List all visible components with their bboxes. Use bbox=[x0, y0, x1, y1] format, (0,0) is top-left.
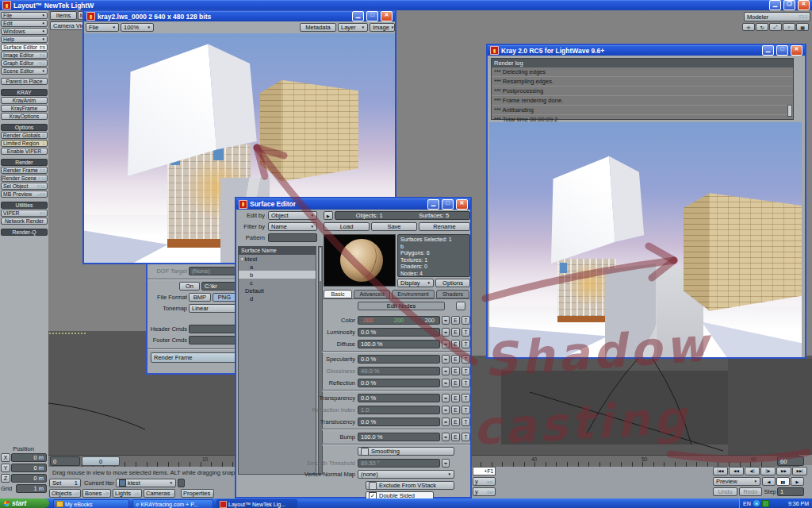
footer-cmds-field[interactable] bbox=[189, 336, 236, 344]
tab-items[interactable]: Items bbox=[50, 11, 77, 20]
properties-button[interactable]: Propertiesp bbox=[181, 489, 214, 498]
cameras-button[interactable]: Cameras+C bbox=[144, 489, 175, 498]
minimize-button[interactable]: ▁ bbox=[769, 0, 781, 10]
rename-button[interactable]: Rename bbox=[419, 222, 470, 231]
dof-target-field[interactable]: (None) bbox=[189, 267, 236, 275]
tonemap-dropdown[interactable]: Linear bbox=[189, 304, 236, 313]
close-button[interactable]: ✕ bbox=[791, 45, 802, 56]
glossiness-field[interactable]: 40.0 % bbox=[358, 367, 440, 375]
refraction-index-field[interactable]: 1.0 bbox=[358, 406, 440, 414]
edit-by-dropdown[interactable]: Object▼ bbox=[268, 211, 317, 220]
texture-button[interactable]: T bbox=[462, 406, 470, 414]
go-end-button[interactable]: ▶▶| bbox=[792, 467, 807, 475]
button-fragment-set[interactable]: yset bbox=[473, 477, 496, 486]
maximize-button[interactable]: □ bbox=[366, 11, 378, 21]
sidebar-item-edit[interactable]: Edit▼ bbox=[1, 20, 48, 27]
exclude-vstack-toggle[interactable]: Exclude From VStack bbox=[366, 481, 454, 490]
surface-editor-titlebar[interactable]: ▮ Surface Editor ▁ □ ✕ bbox=[236, 198, 470, 210]
go-start-button[interactable]: |◀◀ bbox=[713, 467, 728, 475]
language-indicator[interactable]: EN bbox=[743, 501, 751, 506]
sidebar-item-file[interactable]: File▼ bbox=[1, 12, 48, 19]
surface-list-item[interactable]: c bbox=[239, 279, 316, 287]
sidebar-item-network-render[interactable]: Network Render bbox=[1, 217, 48, 225]
set-button[interactable]: Set1 bbox=[49, 479, 81, 487]
bmp-format-button[interactable]: BMP bbox=[189, 293, 211, 302]
specularity-field[interactable]: 0.0 % bbox=[358, 355, 440, 364]
button-fragment-f1[interactable]: +F1 bbox=[473, 467, 496, 475]
texture-button[interactable]: T bbox=[462, 367, 470, 375]
sidebar-item-krayframe[interactable]: KrayFrame bbox=[1, 105, 48, 112]
header-cmds-field[interactable] bbox=[189, 325, 236, 333]
spinner[interactable]: ◂▸ bbox=[442, 459, 450, 468]
current-frame-field[interactable]: 0 bbox=[50, 456, 80, 466]
surface-list-item[interactable]: Default bbox=[239, 287, 316, 294]
color-field[interactable]: 200 200 200 bbox=[358, 316, 440, 325]
envelope-button[interactable]: E bbox=[451, 433, 460, 441]
preview-dropdown[interactable]: Preview▼ bbox=[713, 477, 760, 486]
save-button[interactable]: Save bbox=[371, 222, 417, 231]
z-axis-label[interactable]: Z bbox=[1, 474, 10, 483]
sidebar-item-render-globals[interactable]: Render GlobalsR bbox=[1, 132, 48, 139]
scrollbar-thumb[interactable] bbox=[320, 248, 321, 281]
texture-button[interactable]: T bbox=[462, 340, 470, 348]
render-image[interactable] bbox=[489, 122, 802, 357]
luminosity-field[interactable]: 0.0 % bbox=[358, 328, 440, 337]
sidebar-item-mb-preview[interactable]: MB Preview+F9 bbox=[1, 190, 48, 198]
surface-list-item[interactable]: d bbox=[239, 294, 316, 302]
bones-button[interactable]: Bones+B bbox=[82, 489, 111, 498]
next-key-button[interactable]: ▶▶ bbox=[776, 467, 791, 475]
minimize-button[interactable]: ▁ bbox=[352, 11, 364, 21]
y-position-field[interactable]: 0 m bbox=[11, 464, 47, 472]
z-position-field[interactable]: 0 m bbox=[11, 474, 47, 483]
current-item-dropdown[interactable]: ktest ▼ bbox=[116, 479, 176, 487]
edit-nodes-toggle[interactable] bbox=[456, 302, 465, 310]
taskbar-item-my-ebooks[interactable]: My eBooks bbox=[53, 499, 129, 508]
panel-arrow-button[interactable]: ▶ bbox=[324, 211, 333, 220]
grid-icon[interactable]: ▦ bbox=[796, 23, 809, 31]
render-window-titlebar[interactable]: ▮ kray2.lws_0000 2 640 x 480 128 bits ▁ … bbox=[84, 11, 395, 21]
sidebar-item-parent-in-place[interactable]: Parent in Place bbox=[1, 78, 48, 85]
diffuse-field[interactable]: 100.0 % bbox=[358, 340, 440, 348]
tab-basic[interactable]: Basic bbox=[324, 290, 352, 298]
sidebar-item-enable-viper[interactable]: Enable VIPER bbox=[1, 148, 48, 155]
play-reverse-button[interactable]: ◀ bbox=[762, 477, 776, 486]
sidebar-item-windows[interactable]: Windows▼ bbox=[1, 28, 48, 35]
sidebar-item-render-scene[interactable]: Render SceneF10 bbox=[1, 175, 48, 182]
zoom-dropdown[interactable]: 100%▼ bbox=[121, 23, 154, 32]
spinner[interactable]: ◂▸ bbox=[442, 379, 450, 387]
surface-list-item[interactable]: ▾ktest bbox=[239, 255, 316, 263]
translucency-field[interactable]: 0.0 % bbox=[358, 418, 440, 426]
item-lock-box[interactable] bbox=[178, 479, 185, 487]
surface-preview[interactable] bbox=[324, 234, 396, 287]
close-button[interactable]: ✕ bbox=[798, 0, 810, 10]
sidebar-item-viper[interactable]: VIPERF7 bbox=[1, 210, 48, 217]
grid-size-field[interactable]: 1 m bbox=[16, 484, 47, 493]
envelope-button[interactable]: E bbox=[451, 406, 460, 414]
step-field[interactable]: 1 bbox=[777, 487, 804, 496]
play-button[interactable]: ▶ bbox=[791, 477, 804, 486]
layer-dropdown[interactable]: Layer▼ bbox=[338, 23, 368, 32]
spinner[interactable]: ◂▸ bbox=[442, 355, 450, 364]
surface-list-item-selected[interactable]: b bbox=[239, 271, 316, 279]
envelope-button[interactable]: E bbox=[451, 328, 460, 337]
pattern-input[interactable] bbox=[268, 233, 317, 242]
kray-window-titlebar[interactable]: ▮ Kray 2.0 RC5 for LightWave 9.6+ ▁ □ ✕ bbox=[488, 45, 805, 56]
minimize-button[interactable]: ▁ bbox=[427, 199, 439, 210]
transparency-field[interactable]: 0.0 % bbox=[358, 394, 440, 402]
render-log-panel[interactable]: Render log *** Detecting edges *** Resam… bbox=[491, 58, 794, 120]
tab-environment[interactable]: Environment bbox=[392, 290, 435, 298]
file-menu-button[interactable]: File▼ bbox=[86, 23, 119, 32]
spinner[interactable]: ◂▸ bbox=[442, 328, 450, 337]
sidebar-item-help[interactable]: Help▼ bbox=[1, 36, 48, 43]
spinner[interactable]: ◂▸ bbox=[442, 316, 450, 325]
sidebar-item-graph-editor[interactable]: Graph Editor^F2 bbox=[1, 60, 48, 67]
tray-app-icon[interactable] bbox=[762, 500, 769, 507]
sidebar-item-render-frame[interactable]: Render FrameF9 bbox=[1, 167, 48, 174]
prev-frame-button[interactable]: ◀|| bbox=[745, 467, 760, 475]
y-axis-label[interactable]: Y bbox=[1, 464, 10, 472]
spinner[interactable]: ◂▸ bbox=[442, 406, 450, 414]
end-frame-field[interactable]: 60 bbox=[777, 456, 804, 466]
output-path-field[interactable]: C:\kr bbox=[201, 282, 236, 291]
texture-button[interactable]: T bbox=[462, 379, 470, 387]
spinner[interactable]: ◂▸ bbox=[442, 340, 450, 348]
